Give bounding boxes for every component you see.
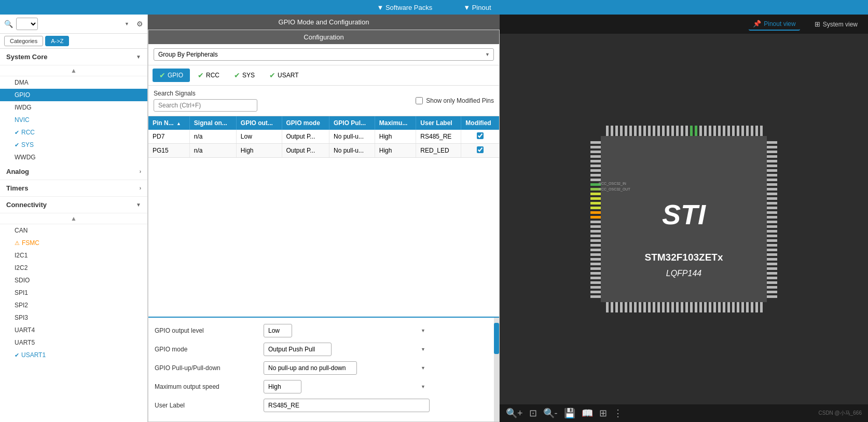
sidebar-item-iwdg[interactable]: IWDG: [0, 101, 147, 114]
table-row[interactable]: PD7 n/a Low Output P... No pull-u... Hig…: [148, 130, 499, 144]
sidebar-item-sys[interactable]: ✔ SYS: [0, 139, 147, 151]
scroll-up-btn[interactable]: ▲: [0, 65, 147, 76]
col-modified[interactable]: Modified: [461, 116, 499, 130]
search-signals-input[interactable]: [154, 99, 257, 112]
modified-check-pd7[interactable]: [477, 132, 484, 139]
cell-mode-pd7: Output P...: [282, 130, 329, 144]
sidebar-item-rcc[interactable]: ✔ RCC: [0, 126, 147, 139]
grid-btn[interactable]: ⊞: [599, 407, 607, 419]
more-btn[interactable]: ⋮: [613, 407, 623, 419]
sidebar-item-uart4[interactable]: UART4: [0, 324, 147, 336]
tab-gpio[interactable]: ✔ GPIO: [153, 69, 190, 82]
col-max-speed[interactable]: Maximu...: [375, 116, 416, 130]
svg-rect-13: [667, 126, 669, 136]
svg-rect-111: [767, 183, 777, 186]
col-user-label[interactable]: User Label: [416, 116, 461, 130]
cell-out-pd7: Low: [236, 130, 282, 144]
sort-pin-icon: ▲: [176, 121, 181, 126]
output-level-select[interactable]: Low High: [264, 324, 292, 337]
sidebar-item-spi1[interactable]: SPI1: [0, 287, 147, 299]
system-view-btn[interactable]: ⊞ System view: [810, 18, 862, 30]
sidebar-item-i2c2[interactable]: I2C2: [0, 262, 147, 274]
col-gpio-mode[interactable]: GPIO mode: [282, 116, 329, 130]
sidebar-item-sdio[interactable]: SDIO: [0, 274, 147, 287]
search-dropdown[interactable]: [16, 18, 38, 30]
table-row[interactable]: PG15 n/a High Output P... No pull-u... H…: [148, 144, 499, 158]
tab-sys[interactable]: ✔ SYS: [227, 69, 261, 82]
sidebar-item-wwdg[interactable]: WWDG: [0, 151, 147, 164]
svg-rect-47: [667, 302, 669, 312]
col-gpio-pull[interactable]: GPIO Pul...: [329, 116, 375, 130]
svg-rect-35: [611, 302, 613, 312]
tab-rcc[interactable]: ✔ RCC: [191, 69, 226, 82]
sidebar-item-spi3[interactable]: SPI3: [0, 311, 147, 324]
max-speed-select[interactable]: Low Medium High: [264, 380, 301, 393]
zoom-out-btn[interactable]: 🔍-: [543, 407, 558, 419]
output-level-label: GPIO output level: [155, 327, 258, 334]
show-modified-checkbox[interactable]: [416, 97, 423, 104]
svg-rect-25: [723, 126, 725, 136]
sidebar-item-uart5[interactable]: UART5: [0, 336, 147, 349]
gpio-mode-select[interactable]: Output Push Pull Output Open Drain: [264, 343, 332, 356]
svg-rect-28: [737, 126, 739, 136]
section-timers[interactable]: Timers ›: [0, 180, 147, 197]
svg-rect-21: [704, 126, 707, 136]
pull-select[interactable]: No pull-up and no pull-down Pull-up Pull…: [264, 361, 357, 375]
book-btn[interactable]: 📖: [582, 407, 593, 419]
section-connectivity[interactable]: Connectivity ▼: [0, 197, 147, 213]
svg-rect-130: [767, 272, 777, 275]
modified-check-pg15[interactable]: [477, 146, 484, 153]
svg-rect-2: [615, 126, 618, 136]
sidebar-item-gpio[interactable]: GPIO: [0, 89, 147, 101]
sidebar-item-can[interactable]: CAN: [0, 224, 147, 237]
gpio-tab-label: GPIO: [168, 72, 183, 79]
software-packs-menu[interactable]: ▼ Software Packs: [377, 4, 432, 11]
gpio-config-panel: GPIO Mode and Configuration Configuratio…: [148, 15, 500, 422]
col-pin-name[interactable]: Pin N... ▲: [148, 116, 189, 130]
group-by-select[interactable]: Group By Peripherals: [154, 48, 494, 61]
svg-rect-107: [767, 165, 777, 167]
section-system-core[interactable]: System Core ▼: [0, 49, 147, 65]
tab-usart[interactable]: ✔ USART: [263, 69, 305, 82]
sidebar-item-nvic[interactable]: NVIC: [0, 114, 147, 126]
fit-btn[interactable]: ⊡: [529, 407, 537, 419]
svg-rect-30: [746, 126, 749, 136]
bottom-config: GPIO output level Low High GPIO mode: [148, 318, 494, 421]
sidebar-item-spi2[interactable]: SPI2: [0, 299, 147, 311]
max-speed-select-wrapper: Low Medium High: [264, 380, 430, 393]
svg-rect-11: [657, 126, 660, 136]
save-btn[interactable]: 💾: [564, 407, 575, 419]
connectivity-scroll-up[interactable]: ▲: [0, 213, 147, 224]
col-signal[interactable]: Signal on...: [189, 116, 236, 130]
cell-speed-pd7: High: [375, 130, 416, 144]
sidebar-item-dma[interactable]: DMA: [0, 76, 147, 89]
svg-rect-99: [590, 286, 601, 289]
user-label-input[interactable]: [264, 399, 430, 412]
gpio-table-header: Pin N... ▲ Signal on... GPIO out... GPIO…: [148, 116, 499, 130]
gpio-label: GPIO: [15, 91, 30, 99]
sidebar-item-i2c1[interactable]: I2C1: [0, 249, 147, 262]
pinout-view-btn[interactable]: 📌 Pinout view: [749, 18, 800, 31]
tab-a-to-z[interactable]: A->Z: [45, 36, 69, 46]
svg-rect-105: [767, 155, 777, 158]
section-analog[interactable]: Analog ›: [0, 164, 147, 180]
svg-rect-135: [767, 295, 777, 298]
svg-rect-94: [590, 263, 601, 265]
cell-out-pg15: High: [236, 144, 282, 158]
chip-name-text: STM32F103ZETx: [645, 252, 723, 263]
sidebar-item-usart1[interactable]: ✔ USART1: [0, 349, 147, 361]
sidebar-item-fsmc[interactable]: ⚠ FSMC: [0, 237, 147, 249]
svg-rect-96: [590, 272, 601, 275]
col-gpio-out[interactable]: GPIO out...: [236, 116, 282, 130]
gear-icon[interactable]: ⚙: [136, 20, 143, 28]
scrollbar-track[interactable]: [494, 318, 499, 421]
chip-container: STI STM32F103ZETx LQFP144: [500, 34, 868, 404]
svg-rect-7: [639, 126, 641, 136]
wwdg-label: WWDG: [15, 154, 36, 161]
sidebar-content: System Core ▼ ▲ DMA GPIO IWDG NVIC ✔ RCC…: [0, 49, 147, 422]
pinout-menu[interactable]: ▼ Pinout: [463, 4, 491, 11]
tab-categories[interactable]: Categories: [4, 36, 43, 46]
fsmc-label: FSMC: [22, 239, 39, 247]
zoom-in-btn[interactable]: 🔍+: [506, 407, 523, 419]
svg-rect-65: [751, 302, 753, 312]
